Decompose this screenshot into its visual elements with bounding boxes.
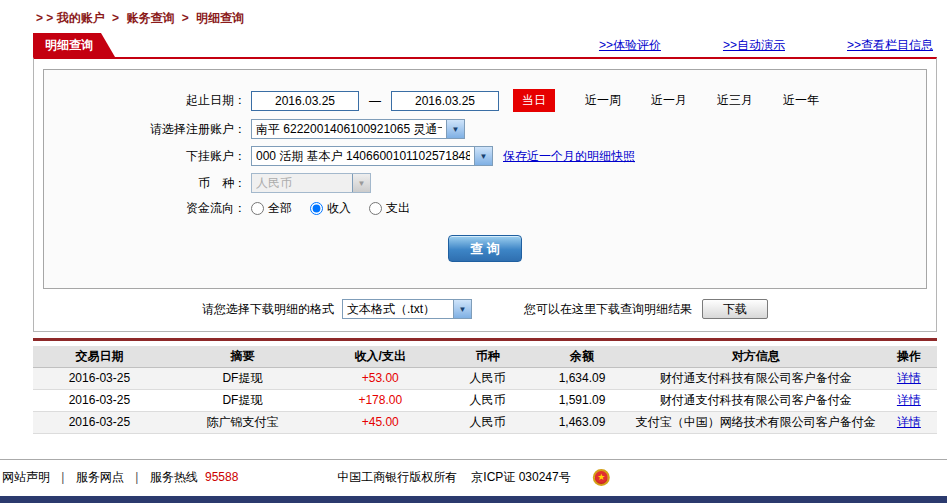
- cell-date: 2016-03-25: [33, 411, 166, 433]
- query-button[interactable]: 查 询: [448, 235, 522, 262]
- register-account-row: 请选择注册账户： 南平 6222001406100921065 灵通卡: [44, 119, 926, 139]
- download-result-label: 您可以在这里下载查询明细结果: [524, 301, 692, 318]
- icp-text: 京ICP证 030247号: [471, 469, 570, 486]
- col-balance: 余额: [533, 346, 630, 367]
- table-row: 2016-03-25 陈广锦支付宝 +45.00 人民币 1,463.09 支付…: [33, 411, 937, 433]
- download-section: 请您选择下载明细的格式 文本格式（.txt） 您可以在这里下载查询明细结果 下载: [43, 289, 927, 325]
- hotline-number: 95588: [205, 470, 238, 484]
- breadcrumb-my-account[interactable]: 我的账户: [57, 11, 105, 25]
- tab-detail-query[interactable]: 明细查询: [33, 33, 115, 57]
- footer-pipe: |: [61, 470, 64, 484]
- service-branches-link[interactable]: 服务网点: [76, 470, 124, 484]
- cell-counterparty: 财付通支付科技有限公司客户备付金: [631, 367, 881, 389]
- table-row: 2016-03-25 DF提现 +53.00 人民币 1,634.09 财付通支…: [33, 367, 937, 389]
- detail-link[interactable]: 详情: [897, 415, 921, 429]
- cell-date: 2016-03-25: [33, 367, 166, 389]
- site-statement-link[interactable]: 网站声明: [2, 470, 50, 484]
- download-format-select[interactable]: 文本格式（.txt）: [342, 299, 472, 319]
- col-summary: 摘要: [166, 346, 319, 367]
- bottom-navy-bar: [0, 496, 947, 503]
- flow-radio-income[interactable]: [310, 202, 323, 215]
- flow-option-expense-label: 支出: [386, 200, 410, 217]
- flow-row: 资金流向： 全部 收入 支出: [44, 200, 926, 217]
- tab-row: 明细查询 >>体验评价 >>自动演示 >>查看栏目信息: [33, 35, 937, 57]
- footer-links: 网站声明 | 服务网点 | 服务热线 95588: [2, 470, 238, 484]
- download-format-select-wrap: 文本格式（.txt）: [342, 299, 472, 319]
- date-range-row: 起止日期： — 当日 近一周 近一月 近三月 近一年: [44, 89, 926, 112]
- col-action: 操作: [881, 346, 937, 367]
- link-experience-review[interactable]: >>体验评价: [599, 37, 661, 54]
- breadcrumb-account-query[interactable]: 账务查询: [126, 11, 174, 25]
- flow-label: 资金流向：: [44, 200, 246, 217]
- cell-currency: 人民币: [442, 367, 534, 389]
- range-last-quarter[interactable]: 近三月: [717, 92, 753, 109]
- cell-action: 详情: [881, 411, 937, 433]
- detail-link[interactable]: 详情: [897, 371, 921, 385]
- detail-link[interactable]: 详情: [897, 393, 921, 407]
- currency-select-wrap: 人民币: [251, 173, 371, 193]
- flow-option-expense[interactable]: 支出: [369, 200, 410, 217]
- table-row: 2016-03-25 DF提现 +178.00 人民币 1,591.09 财付通…: [33, 389, 937, 411]
- cell-balance: 1,463.09: [533, 411, 630, 433]
- register-account-label: 请选择注册账户：: [44, 121, 246, 138]
- cell-summary: DF提现: [166, 367, 319, 389]
- today-button[interactable]: 当日: [513, 89, 555, 112]
- query-form: 起止日期： — 当日 近一周 近一月 近三月 近一年 请选择注册账户：: [43, 69, 927, 289]
- col-date: 交易日期: [33, 346, 166, 367]
- register-account-select[interactable]: 南平 6222001406100921065 灵通卡: [251, 119, 465, 139]
- cell-balance: 1,591.09: [533, 389, 630, 411]
- breadcrumb: > > 我的账户 > 账务查询 > 明细查询: [36, 10, 947, 27]
- breadcrumb-separator: >: [112, 11, 119, 25]
- date-from-input[interactable]: [251, 91, 359, 111]
- currency-row: 币 种： 人民币: [44, 173, 926, 193]
- cell-amount: +53.00: [319, 367, 442, 389]
- icbc-badge-icon: ★: [593, 469, 610, 486]
- download-format-label: 请您选择下载明细的格式: [202, 301, 334, 318]
- cell-summary: DF提现: [166, 389, 319, 411]
- link-column-info[interactable]: >>查看栏目信息: [847, 37, 933, 54]
- cell-amount: +45.00: [319, 411, 442, 433]
- cell-amount: +178.00: [319, 389, 442, 411]
- currency-select: 人民币: [251, 173, 371, 193]
- flow-option-income[interactable]: 收入: [310, 200, 351, 217]
- breadcrumb-separator: >: [182, 11, 189, 25]
- footer: 网站声明 | 服务网点 | 服务热线 95588 中国工商银行版权所有 京ICP…: [0, 459, 947, 496]
- cell-counterparty: 财付通支付科技有限公司客户备付金: [631, 389, 881, 411]
- range-last-week[interactable]: 近一周: [585, 92, 621, 109]
- cell-currency: 人民币: [442, 389, 534, 411]
- col-amount: 收入/支出: [319, 346, 442, 367]
- date-range-label: 起止日期：: [44, 92, 246, 109]
- sub-account-label: 下挂账户：: [44, 148, 246, 165]
- table-header-row: 交易日期 摘要 收入/支出 币种 余额 对方信息 操作: [33, 346, 937, 367]
- date-dash: —: [369, 94, 381, 108]
- sub-account-row: 下挂账户： 000 活期 基本户 1406600101102571848 保存近…: [44, 146, 926, 166]
- footer-pipe: |: [135, 470, 138, 484]
- flow-radio-all[interactable]: [251, 202, 264, 215]
- link-auto-demo[interactable]: >>自动演示: [723, 37, 785, 54]
- date-to-input[interactable]: [391, 91, 499, 111]
- cell-summary: 陈广锦支付宝: [166, 411, 319, 433]
- download-button[interactable]: 下载: [702, 299, 768, 319]
- col-counterparty: 对方信息: [631, 346, 881, 367]
- flow-option-all-label: 全部: [268, 200, 292, 217]
- sub-account-select[interactable]: 000 活期 基本户 1406600101102571848: [251, 146, 493, 166]
- cell-currency: 人民币: [442, 411, 534, 433]
- range-last-month[interactable]: 近一月: [651, 92, 687, 109]
- query-button-row: 查 询: [44, 235, 926, 262]
- range-last-year[interactable]: 近一年: [783, 92, 819, 109]
- breadcrumb-detail-query[interactable]: 明细查询: [196, 11, 244, 25]
- query-panel: 起止日期： — 当日 近一周 近一月 近三月 近一年 请选择注册账户：: [33, 57, 937, 332]
- currency-label: 币 种：: [44, 175, 246, 192]
- flow-option-income-label: 收入: [327, 200, 351, 217]
- copyright-text: 中国工商银行版权所有: [337, 469, 457, 486]
- breadcrumb-prefix: > >: [36, 11, 53, 25]
- cell-action: 详情: [881, 367, 937, 389]
- cell-balance: 1,634.09: [533, 367, 630, 389]
- save-snapshot-link[interactable]: 保存近一个月的明细快照: [503, 148, 635, 165]
- main-content: 明细查询 >>体验评价 >>自动演示 >>查看栏目信息 起止日期： — 当日 近…: [33, 35, 937, 434]
- col-currency: 币种: [442, 346, 534, 367]
- flow-radio-expense[interactable]: [369, 202, 382, 215]
- top-links: >>体验评价 >>自动演示 >>查看栏目信息: [599, 37, 937, 57]
- flow-option-all[interactable]: 全部: [251, 200, 292, 217]
- cell-counterparty: 支付宝（中国）网络技术有限公司客户备付金: [631, 411, 881, 433]
